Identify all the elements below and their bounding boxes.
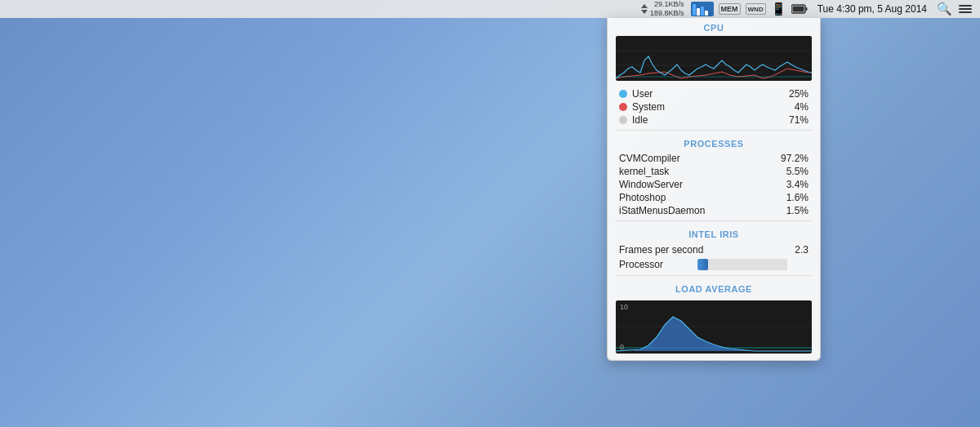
process-value-1: 5.5% (786, 166, 808, 177)
process-value-4: 1.5% (786, 205, 808, 216)
svg-marker-0 (641, 4, 648, 8)
process-name-2: WindowServer (619, 179, 786, 190)
user-label: User (632, 88, 789, 100)
user-value: 25% (789, 88, 808, 100)
divider-3 (616, 275, 812, 276)
process-name-0: CVMCompiler (619, 153, 781, 164)
search-icon[interactable]: 🔍 (937, 2, 952, 16)
fps-row: Frames per second 2.3 (608, 242, 820, 257)
load-graph-svg (616, 300, 812, 354)
process-name-4: iStatMenusDaemon (619, 205, 786, 216)
phone-icon[interactable]: 📱 (771, 2, 786, 16)
process-value-3: 1.6% (786, 192, 808, 203)
cpu-idle-row: Idle 71% (608, 113, 820, 127)
load-graph: 10 0 (616, 300, 812, 354)
fps-label: Frames per second (619, 244, 787, 256)
menubar: 29.1KB/s 189.8KB/s MEM WND 📱 Tue 4:30 (0, 0, 980, 18)
wnd-icon[interactable]: WND (746, 3, 766, 15)
process-name-1: kernel_task (619, 166, 786, 177)
process-value-0: 97.2% (781, 153, 808, 164)
processor-label: Processor (619, 259, 697, 270)
process-row-4: iStatMenusDaemon 1.5% (608, 204, 820, 217)
cpu-user-row: User 25% (608, 87, 820, 100)
download-speed: 189.8KB/s (650, 9, 684, 18)
gpu-section-header: INTEL IRIS (608, 225, 820, 242)
mem-icon[interactable]: MEM (719, 3, 741, 15)
cpu-section-header: CPU (608, 18, 820, 36)
svg-rect-4 (792, 7, 804, 12)
idle-label: Idle (632, 114, 789, 126)
processor-bar-fill (697, 259, 708, 270)
process-name-3: Photoshop (619, 192, 786, 203)
battery-icon[interactable] (791, 4, 808, 14)
process-row-0: CVMCompiler 97.2% (608, 152, 820, 165)
idle-dot (619, 116, 627, 124)
system-dot (619, 103, 627, 111)
divider-1 (616, 130, 812, 131)
system-label: System (632, 101, 795, 113)
process-row-1: kernel_task 5.5% (608, 165, 820, 178)
battery-svg (791, 4, 808, 14)
upload-speed: 29.1KB/s (650, 0, 684, 9)
load-graph-max: 10 (620, 303, 628, 311)
process-row-2: WindowServer 3.4% (608, 178, 820, 191)
idle-value: 71% (789, 114, 808, 126)
processes-section-header: PROCESSES (608, 134, 820, 152)
svg-marker-1 (641, 10, 648, 14)
load-graph-min: 0 (620, 343, 624, 351)
menubar-items: 29.1KB/s 189.8KB/s MEM WND 📱 Tue 4:30 (640, 0, 973, 18)
datetime: Tue 4:30 pm, 5 Aug 2014 (817, 3, 927, 15)
network-arrows-icon (640, 3, 648, 15)
fps-value: 2.3 (792, 244, 808, 256)
process-row-3: Photoshop 1.6% (608, 191, 820, 204)
processor-row: Processor (608, 257, 820, 272)
processor-bar-container (697, 259, 787, 270)
system-value: 4% (795, 101, 808, 113)
cpu-graph (616, 36, 812, 81)
istat-menubar-icon[interactable] (691, 2, 714, 16)
desktop (0, 0, 980, 427)
load-section-header: LOAD AVERAGE (608, 279, 820, 297)
svg-rect-3 (805, 7, 807, 11)
cpu-system-row: System 4% (608, 100, 820, 113)
user-dot (619, 90, 627, 98)
network-stats: 29.1KB/s 189.8KB/s (650, 0, 684, 18)
divider-2 (616, 220, 812, 221)
istat-panel: CPU User 25% System 4% Idle 71% (607, 18, 821, 361)
list-icon[interactable] (957, 3, 973, 15)
process-value-2: 3.4% (786, 179, 808, 190)
cpu-graph-svg (616, 36, 812, 81)
